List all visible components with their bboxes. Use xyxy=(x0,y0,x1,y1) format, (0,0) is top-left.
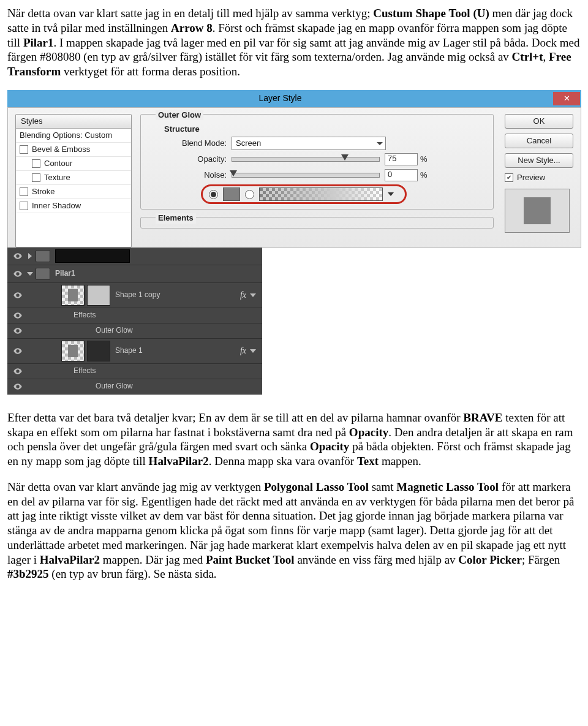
visibility-toggle[interactable] xyxy=(7,269,28,279)
cancel-button[interactable]: Cancel xyxy=(505,134,573,148)
outer-glow-label: Outer Glow xyxy=(96,382,262,391)
checkbox-icon[interactable] xyxy=(20,145,28,154)
blend-mode-select[interactable]: Screen xyxy=(232,137,386,150)
checkbox-icon[interactable] xyxy=(20,187,28,196)
style-item-stroke[interactable]: Stroke xyxy=(16,185,131,199)
ok-button[interactable]: OK xyxy=(505,114,573,129)
opacity-slider[interactable] xyxy=(232,157,380,162)
paragraph-3: När detta ovan var klart använde jag mig… xyxy=(7,480,581,581)
styles-list: Styles Blending Options: Custom Bevel & … xyxy=(15,114,132,248)
style-item-inner-shadow[interactable]: Inner Shadow xyxy=(16,199,131,213)
style-item-bevel[interactable]: Bevel & Emboss xyxy=(16,143,131,157)
layer-thumbnail xyxy=(61,285,85,306)
visibility-toggle[interactable] xyxy=(7,346,28,356)
styles-header: Styles xyxy=(16,115,131,129)
chevron-down-icon[interactable] xyxy=(250,293,256,297)
fx-badge[interactable]: fx xyxy=(240,290,246,301)
blending-options-row[interactable]: Blending Options: Custom xyxy=(16,129,131,143)
close-icon[interactable]: ✕ xyxy=(553,92,580,105)
censored-layer-name xyxy=(55,249,130,263)
effects-row[interactable]: Effects xyxy=(7,364,262,379)
dialog-title: Layer Style xyxy=(7,93,553,104)
visibility-toggle[interactable] xyxy=(7,326,28,336)
glow-color-row[interactable] xyxy=(201,184,407,204)
effects-label: Effects xyxy=(74,311,262,320)
outer-glow-label: Outer Glow xyxy=(96,326,262,335)
chevron-down-icon xyxy=(377,142,383,145)
dialog-buttons: OK Cancel New Style... Preview xyxy=(505,114,573,248)
blend-mode-label: Blend Mode: xyxy=(148,138,227,148)
structure-label: Structure xyxy=(164,124,200,134)
chevron-down-icon[interactable] xyxy=(388,192,394,196)
visibility-toggle[interactable] xyxy=(7,382,28,391)
paragraph-1: När detta ovan var klart satte jag in en… xyxy=(7,6,581,79)
layer-name: Pilar1 xyxy=(55,269,262,278)
color-swatch[interactable] xyxy=(223,187,240,201)
preview-label: Preview xyxy=(517,173,545,183)
effects-label: Effects xyxy=(74,366,262,376)
elements-title: Elements xyxy=(156,213,196,223)
preview-swatch xyxy=(505,189,570,233)
effects-row[interactable]: Effects xyxy=(7,308,262,323)
chevron-down-icon[interactable] xyxy=(27,272,33,276)
layer-group-pilar1[interactable]: Pilar1 xyxy=(7,265,262,283)
visibility-toggle[interactable] xyxy=(7,251,28,261)
dialog-titlebar[interactable]: Layer Style ✕ xyxy=(7,90,581,107)
fx-badge[interactable]: fx xyxy=(240,346,246,357)
outer-glow-panel: Outer Glow Structure Blend Mode: Screen … xyxy=(140,114,497,248)
gradient-preview[interactable] xyxy=(259,187,383,201)
radio-gradient[interactable] xyxy=(245,190,254,199)
style-item-texture[interactable]: Texture xyxy=(16,171,131,185)
checkbox-icon[interactable] xyxy=(32,159,40,168)
layers-panel: Pilar1 Shape 1 copy fx Effects Outer Glo… xyxy=(7,248,262,395)
layer-style-dialog: Layer Style ✕ Styles Blending Options: C… xyxy=(7,90,581,248)
outer-glow-row[interactable]: Outer Glow xyxy=(7,379,262,395)
opacity-label: Opacity: xyxy=(148,154,227,164)
checkbox-icon[interactable] xyxy=(32,173,40,182)
visibility-toggle[interactable] xyxy=(7,311,28,320)
layer-mask xyxy=(87,285,110,306)
folder-icon xyxy=(36,268,50,280)
folder-icon xyxy=(36,250,50,262)
layer-name: Shape 1 copy xyxy=(115,290,240,300)
noise-slider[interactable] xyxy=(232,173,380,178)
layer-shape1copy[interactable]: Shape 1 copy fx xyxy=(7,283,262,308)
chevron-down-icon[interactable] xyxy=(250,349,256,353)
noise-label: Noise: xyxy=(148,170,227,180)
chevron-right-icon[interactable] xyxy=(28,253,32,259)
radio-solid-color[interactable] xyxy=(209,190,218,199)
paragraph-2: Efter detta var det bara två detaljer kv… xyxy=(7,410,581,469)
layer-shape1[interactable]: Shape 1 fx xyxy=(7,339,262,364)
visibility-toggle[interactable] xyxy=(7,290,28,300)
style-item-contour[interactable]: Contour xyxy=(16,157,131,171)
preview-checkbox[interactable] xyxy=(505,173,513,182)
layer-thumbnail xyxy=(61,341,85,361)
checkbox-icon[interactable] xyxy=(20,202,28,210)
layer-group-row[interactable] xyxy=(7,248,262,265)
noise-value[interactable]: 0 xyxy=(385,169,418,181)
visibility-toggle[interactable] xyxy=(7,366,28,376)
layer-name: Shape 1 xyxy=(115,346,240,355)
new-style-button[interactable]: New Style... xyxy=(505,153,573,168)
outer-glow-row[interactable]: Outer Glow xyxy=(7,323,262,339)
outer-glow-title: Outer Glow xyxy=(156,110,203,120)
layer-mask xyxy=(87,341,110,361)
opacity-value[interactable]: 75 xyxy=(385,153,418,165)
